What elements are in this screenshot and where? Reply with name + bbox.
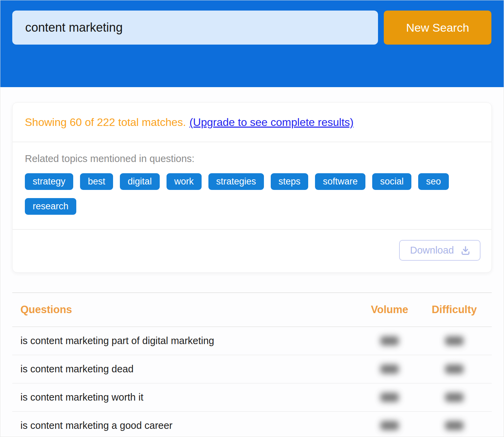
upgrade-link[interactable]: (Upgrade to see complete results) [189,116,353,128]
topic-tag[interactable]: seo [418,173,449,190]
topic-tag[interactable]: best [80,173,113,190]
table-row: is content marketing a good career [12,412,492,437]
question-text: is content marketing worth it [20,392,362,403]
difficulty-cell [417,393,492,402]
results-count-text: Showing 60 of 222 total matches. [25,116,186,128]
topic-tag[interactable]: research [25,198,76,215]
download-row: Download [13,230,491,272]
download-button[interactable]: Download [399,240,481,261]
question-text: is content marketing dead [20,363,362,375]
questions-table: Questions Volume Difficulty is content m… [12,292,492,437]
download-button-label: Download [410,245,454,256]
difficulty-cell [417,421,492,430]
difficulty-cell [417,365,492,374]
search-header: New Search [0,0,504,87]
topic-tag[interactable]: strategies [208,173,264,190]
results-summary-row: Showing 60 of 222 total matches.(Upgrade… [13,103,491,142]
table-body: is content marketing part of digital mar… [12,327,492,437]
column-header-volume: Volume [362,304,417,316]
table-row: is content marketing dead [12,355,492,384]
results-card: Showing 60 of 222 total matches.(Upgrade… [12,102,492,273]
new-search-button[interactable]: New Search [384,11,491,45]
volume-value-blurred [380,421,399,430]
topic-tag[interactable]: strategy [25,173,73,190]
column-header-questions: Questions [20,304,362,316]
topic-tag[interactable]: digital [120,173,160,190]
difficulty-value-blurred [445,365,463,374]
column-header-difficulty: Difficulty [417,304,492,316]
topic-tag-list: strategybestdigitalworkstrategiesstepsso… [25,173,479,215]
difficulty-value-blurred [445,393,463,402]
question-text: is content marketing part of digital mar… [20,335,362,346]
search-input[interactable] [12,11,378,45]
topic-tag[interactable]: social [372,173,411,190]
related-topics-section: Related topics mentioned in questions: s… [13,142,491,229]
difficulty-cell [417,336,492,345]
related-topics-label: Related topics mentioned in questions: [25,153,479,164]
question-text: is content marketing a good career [20,420,362,431]
volume-cell [362,393,417,402]
difficulty-value-blurred [445,336,463,345]
topic-tag[interactable]: work [167,173,202,190]
volume-cell [362,421,417,430]
app-window: New Search Showing 60 of 222 total match… [0,0,504,437]
table-row: is content marketing worth it [12,384,492,412]
table-row: is content marketing part of digital mar… [12,327,492,355]
topic-tag[interactable]: steps [271,173,309,190]
volume-cell [362,365,417,374]
download-icon [460,245,471,256]
table-header-row: Questions Volume Difficulty [12,293,492,327]
volume-value-blurred [380,365,399,374]
volume-value-blurred [380,336,399,345]
volume-value-blurred [380,393,399,402]
difficulty-value-blurred [445,421,463,430]
topic-tag[interactable]: software [315,173,365,190]
volume-cell [362,336,417,345]
